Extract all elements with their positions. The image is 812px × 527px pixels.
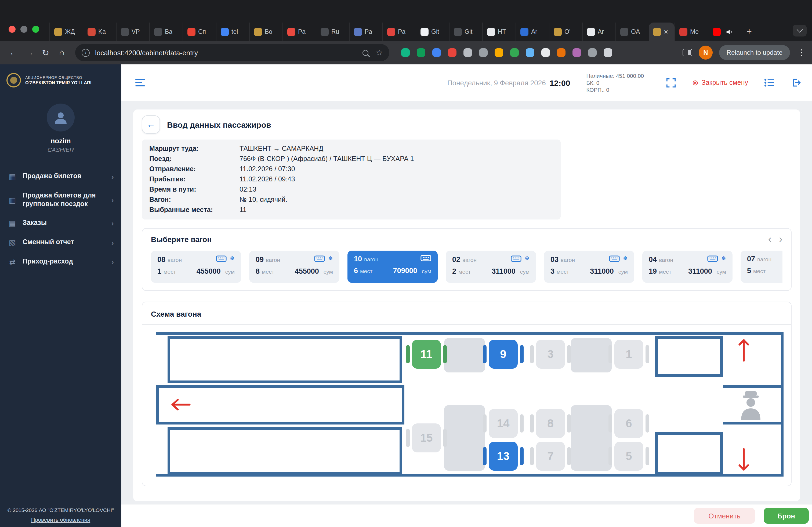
tab-audio-icon[interactable]: [726, 29, 733, 35]
browser-tab[interactable]: tel ×: [216, 22, 249, 41]
back-button[interactable]: ←: [5, 48, 21, 57]
book-button[interactable]: Брон: [764, 508, 809, 524]
cancel-button[interactable]: Отменить: [694, 508, 755, 524]
wagon-card[interactable]: 09 вагон: [249, 251, 339, 283]
seat-1[interactable]: 1: [614, 340, 643, 369]
search-icon[interactable]: [362, 50, 368, 56]
new-tab-button[interactable]: +: [741, 22, 757, 41]
extension-icon[interactable]: [417, 48, 425, 57]
extension-icon[interactable]: [401, 48, 410, 57]
brand: АКЦИОНЕРНОЕ ОБЩЕСТВО O'ZBEKISTON TEMIR Y…: [0, 64, 121, 92]
user-name: nozim: [0, 137, 121, 145]
extension-icon[interactable]: [526, 48, 534, 57]
browser-tab[interactable]: Ru ×: [316, 22, 349, 41]
seat-11[interactable]: 11: [412, 340, 441, 369]
carousel-next-icon[interactable]: ›: [779, 234, 782, 244]
seat-7[interactable]: 7: [536, 442, 565, 471]
extension-icon[interactable]: [463, 48, 472, 57]
tab-favicon: [221, 28, 229, 36]
browser-tab[interactable]: Pa ×: [282, 22, 316, 41]
info-label: Вагон:: [149, 195, 240, 205]
extension-icon[interactable]: [572, 48, 581, 57]
sidebar-item-income-expense[interactable]: ⇄ Приход-расход ›: [0, 253, 121, 272]
tab-close-icon[interactable]: ×: [664, 28, 668, 35]
extension-icon[interactable]: [588, 48, 597, 57]
extension-icon[interactable]: [541, 48, 550, 57]
seat-15[interactable]: 15: [412, 423, 441, 452]
browser-tab[interactable]: ×: [649, 22, 675, 41]
browser-tab[interactable]: ×: [708, 22, 741, 41]
seat-14[interactable]: 14: [489, 409, 518, 438]
wagon-card[interactable]: 03 вагон: [544, 251, 634, 283]
browser-tab[interactable]: VP ×: [116, 22, 149, 41]
extension-icon[interactable]: [479, 48, 488, 57]
forward-button[interactable]: →: [21, 48, 38, 57]
browser-tab[interactable]: ЖД ×: [49, 22, 83, 41]
logout-button[interactable]: [791, 78, 801, 88]
browser-tab[interactable]: Git ×: [416, 22, 449, 41]
list-view-button[interactable]: [764, 78, 775, 88]
carousel-prev-icon[interactable]: ‹: [768, 234, 772, 244]
browser-menu-icon[interactable]: ⋮: [796, 48, 807, 57]
wagon-card[interactable]: 07 вагон: [741, 251, 782, 283]
browser-tab[interactable]: HT ×: [482, 22, 516, 41]
wagon-card[interactable]: 04 вагон: [642, 251, 733, 283]
tab-title: tel: [231, 28, 238, 35]
wagon-card[interactable]: 10 вагон: [347, 251, 438, 283]
address-bar[interactable]: i localhost:4200/cabinet/data-entry ☆: [75, 44, 389, 61]
window-control-dot[interactable]: [9, 26, 16, 33]
browser-tab[interactable]: Pa ×: [382, 22, 416, 41]
seat-6[interactable]: 6: [614, 409, 643, 438]
home-button[interactable]: ⌂: [54, 48, 70, 57]
seat-9[interactable]: 9: [489, 340, 518, 369]
back-page-button[interactable]: ←: [142, 115, 160, 134]
reload-button[interactable]: ↻: [38, 47, 54, 58]
browser-tab[interactable]: O' ×: [549, 22, 582, 41]
bookmark-star-icon[interactable]: ☆: [376, 48, 383, 57]
tab-search-button[interactable]: [793, 25, 807, 36]
extension-icon[interactable]: [495, 48, 503, 57]
seat-8[interactable]: 8: [536, 409, 565, 438]
window-control-dot[interactable]: [32, 26, 39, 33]
cash-summary: Наличные: 451 000.00БК: 0КОРП.: 0: [586, 72, 650, 93]
sidebar-item-group-ticket-sales[interactable]: ▥ Продажа билетов для групповых поездок …: [0, 186, 121, 214]
browser-tab[interactable]: Git ×: [449, 22, 482, 41]
seat-13[interactable]: 13: [489, 442, 518, 471]
tab-favicon: [713, 28, 721, 36]
window-control-dot[interactable]: [20, 26, 27, 33]
wagon-card[interactable]: 08 вагон: [151, 251, 241, 283]
profile-avatar[interactable]: N: [699, 46, 713, 60]
extension-icon[interactable]: [604, 48, 612, 57]
url-text[interactable]: localhost:4200/cabinet/data-entry: [95, 48, 362, 57]
browser-tab[interactable]: Ar ×: [516, 22, 549, 41]
sidebar-item-shift-report[interactable]: ▧ Сменный отчет ›: [0, 233, 121, 253]
browser-tab[interactable]: Ba ×: [149, 22, 183, 41]
extension-icon[interactable]: [448, 48, 456, 57]
browser-tab[interactable]: Pa ×: [349, 22, 382, 41]
seat-5[interactable]: 5: [614, 442, 643, 471]
tab-title: Pa: [398, 28, 405, 35]
extension-icon[interactable]: [557, 48, 566, 57]
wagon-card[interactable]: 02 вагон: [446, 251, 536, 283]
sidebar-item-orders[interactable]: ▤ Заказы ›: [0, 214, 121, 233]
fullscreen-button[interactable]: [666, 77, 676, 88]
close-shift-button[interactable]: ⊗ Закрыть смену: [692, 78, 748, 87]
table-block: [444, 405, 485, 471]
check-updates-link[interactable]: Проверить обновления: [31, 517, 90, 523]
browser-tab[interactable]: Me ×: [675, 22, 708, 41]
sidebar-item-label: Заказы: [23, 219, 47, 228]
seat-3[interactable]: 3: [536, 340, 565, 369]
site-info-icon[interactable]: i: [82, 48, 90, 57]
browser-tab[interactable]: Во ×: [249, 22, 282, 41]
browser-tab[interactable]: Сп ×: [183, 22, 216, 41]
extension-icon[interactable]: [432, 48, 441, 57]
browser-tab[interactable]: Ar ×: [582, 22, 615, 41]
browser-tab[interactable]: OA ×: [615, 22, 649, 41]
tab-favicon: [487, 28, 495, 36]
browser-tab[interactable]: Ka ×: [83, 22, 116, 41]
extension-icon[interactable]: [510, 48, 519, 57]
relaunch-button[interactable]: Relaunch to update: [719, 45, 790, 60]
sidebar-item-ticket-sales[interactable]: ▦ Продажа билетов ›: [0, 167, 121, 186]
side-panel-icon[interactable]: [683, 49, 692, 56]
menu-toggle-icon[interactable]: [135, 79, 145, 87]
